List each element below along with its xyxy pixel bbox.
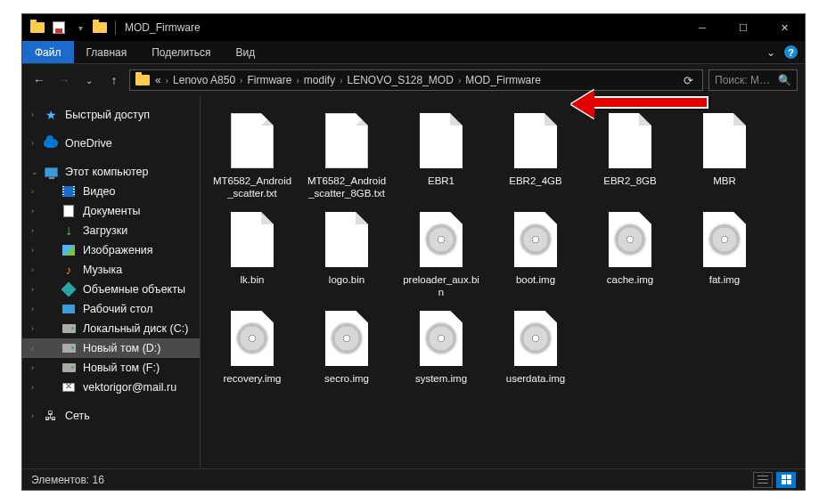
- sidebar-item[interactable]: ›Новый том (D:): [22, 338, 200, 358]
- cloud-icon: [44, 136, 58, 150]
- nav-recent-button[interactable]: ⌄: [79, 70, 99, 90]
- file-item[interactable]: userdata.img: [493, 306, 578, 385]
- file-item[interactable]: system.img: [398, 306, 484, 385]
- disc-image-icon: [420, 212, 463, 267]
- file-item[interactable]: fat.img: [682, 207, 767, 299]
- search-icon[interactable]: 🔍: [778, 74, 791, 86]
- disc-image-icon: [514, 311, 557, 366]
- file-item[interactable]: MBR: [682, 109, 767, 200]
- sidebar-item[interactable]: ›Новый том (F:): [22, 358, 200, 378]
- breadcrumb-seg-3[interactable]: LENOVO_S128_MOD: [347, 74, 453, 86]
- save-qat-icon[interactable]: [49, 18, 69, 37]
- nav-back-button[interactable]: ←: [29, 70, 49, 90]
- chevron-right-icon: ›: [458, 76, 461, 85]
- chevron-down-icon: ⌄: [31, 167, 38, 176]
- body: › ★ Быстрый доступ › OneDrive ⌄ Этот ком…: [22, 96, 805, 468]
- search-input[interactable]: Поиск: M… 🔍: [708, 69, 798, 91]
- app-folder-icon: [90, 18, 110, 37]
- sidebar-item-label: Загрузки: [83, 224, 127, 237]
- chevron-right-icon: ›: [31, 305, 34, 313]
- ribbon-tab-share[interactable]: Поделиться: [139, 41, 223, 63]
- sidebar-item-label: Новый том (D:): [83, 342, 161, 354]
- disc-image-icon: [420, 311, 463, 366]
- sidebar-item[interactable]: ›↓Загрузки: [22, 221, 200, 240]
- nav-up-button[interactable]: ↑: [104, 70, 124, 90]
- breadcrumb-seg-4[interactable]: MOD_Firmware: [465, 74, 541, 86]
- chevron-right-icon: ›: [31, 411, 34, 420]
- chevron-right-icon: ›: [31, 139, 34, 148]
- ribbon-tab-home[interactable]: Главная: [74, 41, 140, 63]
- down-icon: ↓: [61, 224, 76, 238]
- file-item[interactable]: secro.img: [304, 306, 389, 385]
- chevron-right-icon: ›: [240, 76, 242, 85]
- breadcrumb-seg-2[interactable]: modify: [304, 74, 335, 86]
- sidebar-item[interactable]: ›Объемные объекты: [22, 280, 200, 299]
- img-icon: [61, 243, 76, 257]
- view-icons-button[interactable]: [776, 472, 796, 488]
- sidebar-network[interactable]: › 🖧 Сеть: [22, 406, 200, 426]
- file-label: preloader_aux.bin: [398, 273, 484, 299]
- disc-image-icon: [514, 212, 557, 267]
- breadcrumb-overflow[interactable]: «: [155, 74, 161, 86]
- file-label: MBR: [711, 175, 738, 187]
- sidebar-item[interactable]: ›Документы: [22, 201, 200, 221]
- file-label: MT6582_Android_scatter.txt: [209, 175, 295, 200]
- file-item[interactable]: EBR2_8GB: [587, 109, 673, 200]
- sidebar-item-label: Изображения: [83, 244, 153, 256]
- sidebar-this-pc[interactable]: ⌄ Этот компьютер: [22, 162, 200, 182]
- file-item[interactable]: EBR1: [398, 109, 484, 200]
- file-item[interactable]: boot.img: [493, 207, 578, 299]
- sidebar-item[interactable]: ›Изображения: [22, 240, 200, 260]
- breadcrumb-seg-0[interactable]: Lenovo A850: [173, 74, 235, 86]
- breadcrumb[interactable]: « › Lenovo A850 › Firmware › modify › LE…: [129, 69, 703, 91]
- titlebar: ▾ MOD_Firmware ─ ☐ ✕: [22, 14, 805, 41]
- sidebar-onedrive[interactable]: › OneDrive: [22, 134, 200, 153]
- sidebar-item[interactable]: ›♪Музыка: [22, 260, 200, 280]
- blank-file-icon: [231, 212, 274, 267]
- ribbon-tab-view[interactable]: Вид: [223, 41, 267, 63]
- help-icon[interactable]: ?: [784, 45, 798, 59]
- file-item[interactable]: logo.bin: [304, 207, 389, 299]
- minimize-button[interactable]: ─: [682, 14, 723, 41]
- file-item[interactable]: MT6582_Android_scatter.txt: [209, 109, 295, 200]
- sidebar-quick-access[interactable]: › ★ Быстрый доступ: [22, 105, 200, 125]
- sidebar-item[interactable]: ›Видео: [22, 182, 200, 201]
- chevron-right-icon: ›: [31, 363, 34, 372]
- file-item[interactable]: lk.bin: [209, 207, 295, 299]
- nav-forward-button[interactable]: →: [54, 70, 74, 90]
- qat-dropdown[interactable]: ▾: [70, 18, 90, 37]
- breadcrumb-seg-1[interactable]: Firmware: [247, 74, 291, 86]
- network-icon: 🖧: [44, 409, 58, 423]
- view-details-button[interactable]: [753, 472, 773, 488]
- close-button[interactable]: ✕: [764, 14, 805, 41]
- blank-file-icon: [420, 113, 463, 168]
- chevron-right-icon: ›: [31, 324, 34, 333]
- sidebar[interactable]: › ★ Быстрый доступ › OneDrive ⌄ Этот ком…: [22, 96, 201, 468]
- file-item[interactable]: cache.img: [587, 207, 673, 299]
- sidebar-item[interactable]: ›Локальный диск (C:): [22, 319, 200, 338]
- ribbon-tab-file[interactable]: Файл: [22, 41, 74, 63]
- sidebar-label: Быстрый доступ: [65, 109, 150, 121]
- file-item[interactable]: MT6582_Android_scatter_8GB.txt: [304, 109, 389, 200]
- folder-qat-icon[interactable]: [28, 18, 47, 37]
- sidebar-label: OneDrive: [65, 137, 112, 150]
- ribbon: Файл Главная Поделиться Вид ⌄ ?: [22, 41, 805, 64]
- sidebar-label: Сеть: [65, 410, 90, 422]
- drive-icon: [61, 321, 76, 336]
- file-label: MT6582_Android_scatter_8GB.txt: [304, 175, 389, 200]
- file-item[interactable]: EBR2_4GB: [493, 109, 578, 200]
- sidebar-item-label: Локальный диск (C:): [83, 322, 188, 335]
- file-content-area[interactable]: MT6582_Android_scatter.txtMT6582_Android…: [201, 96, 805, 468]
- sidebar-label: Этот компьютер: [65, 166, 148, 178]
- sidebar-item-label: Новый том (F:): [83, 362, 160, 374]
- maximize-button[interactable]: ☐: [723, 14, 764, 41]
- refresh-icon[interactable]: ⟳: [680, 74, 697, 87]
- sidebar-item[interactable]: ›vektorigor@mail.ru: [22, 378, 200, 397]
- file-item[interactable]: preloader_aux.bin: [398, 207, 484, 299]
- file-item[interactable]: recovery.img: [209, 306, 295, 385]
- file-label: boot.img: [514, 273, 557, 286]
- star-icon: ★: [44, 108, 58, 122]
- sidebar-item[interactable]: ›Рабочий стол: [22, 299, 200, 319]
- blank-file-icon: [703, 113, 746, 168]
- ribbon-expand-icon[interactable]: ⌄: [766, 46, 775, 59]
